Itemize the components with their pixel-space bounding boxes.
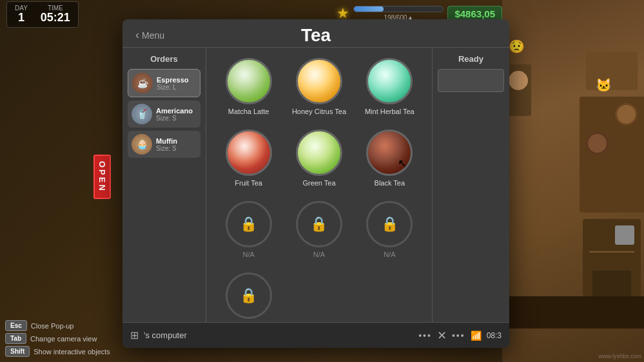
- order-name-americano: Americano: [156, 107, 197, 115]
- order-avatar-muffin: 🧁: [132, 134, 152, 155]
- order-avatar-americano: 🥤: [132, 104, 152, 124]
- menu-item-fruit-tea[interactable]: Fruit Tea: [217, 126, 280, 191]
- tab-hint-text: Change camera view: [30, 335, 97, 343]
- locked-4-image: 🔒: [226, 272, 272, 319]
- order-name-muffin: Muffin: [156, 137, 197, 145]
- tab-key: Tab: [5, 333, 26, 344]
- hint-shift: Shift Show interactive objects: [5, 346, 110, 357]
- tea-menu-popup: ‹ Menu Tea Orders ☕ Espresso Size: L 🥤 A…: [122, 19, 509, 348]
- footer-close-button[interactable]: ✕: [437, 329, 447, 343]
- orders-panel: Orders ☕ Espresso Size: L 🥤 Americano Si…: [122, 48, 206, 322]
- menu-item-black-tea[interactable]: ↖ Black Tea: [358, 126, 422, 191]
- footer-wifi-icon: 📶: [471, 330, 482, 341]
- cafe-background: 🐱: [502, 0, 644, 362]
- menu-item-locked-2: 🔒 N/A: [287, 197, 351, 262]
- hint-esc: Esc Close Pop-up: [5, 320, 110, 331]
- order-avatar-espresso: ☕: [132, 73, 153, 93]
- footer-grid-icon[interactable]: ⊞: [130, 329, 139, 341]
- lock-1-icon: 🔒: [240, 216, 257, 233]
- order-size-espresso: Size: L: [157, 84, 196, 91]
- shift-key: Shift: [5, 346, 30, 357]
- green-tea-image: [296, 129, 342, 176]
- order-size-muffin: Size: S: [156, 145, 197, 152]
- green-tea-label: Green Tea: [302, 179, 335, 187]
- esc-key: Esc: [5, 320, 27, 331]
- mint-herbal-image: [366, 58, 413, 104]
- day-time-box: Day 1 Time 05:21: [6, 1, 79, 28]
- footer-dots-left: •••: [418, 330, 432, 341]
- menu-item-locked-4: 🔒 N/A: [217, 269, 280, 322]
- menu-item-matcha-latte[interactable]: Matcha Latte: [217, 54, 280, 119]
- footer-title: 's computer: [144, 330, 413, 340]
- back-label: Menu: [142, 30, 164, 41]
- order-item-americano[interactable]: 🥤 Americano Size: S: [128, 100, 200, 128]
- time-value: 05:21: [41, 12, 70, 24]
- stress-face-icon: 😟: [509, 39, 525, 54]
- ready-panel: Ready: [432, 48, 509, 322]
- locked-2-image: 🔒: [296, 201, 342, 247]
- popup-body: Orders ☕ Espresso Size: L 🥤 Americano Si…: [122, 48, 509, 322]
- menu-item-locked-3: 🔒 N/A: [358, 197, 422, 262]
- day-section: Day 1: [15, 5, 28, 24]
- menu-item-green-tea[interactable]: Green Tea: [287, 126, 351, 191]
- open-sign: OPEN: [93, 155, 111, 199]
- locked-1-image: 🔒: [226, 201, 272, 247]
- hint-tab: Tab Change camera view: [5, 333, 110, 344]
- keyboard-hints: Esc Close Pop-up Tab Change camera view …: [5, 320, 110, 357]
- popup-header: ‹ Menu Tea: [122, 19, 509, 48]
- popup-title: Tea: [301, 25, 331, 46]
- order-info-espresso: Espresso Size: L: [157, 76, 196, 91]
- menu-item-locked-1: 🔒 N/A: [217, 197, 280, 262]
- menu-grid: Matcha Latte Honey Citrus Tea Mint Herba…: [217, 54, 422, 322]
- orders-title: Orders: [128, 54, 200, 64]
- fruit-tea-image: [226, 129, 272, 176]
- popup-footer: ⊞ 's computer ••• ✕ ••• 📶 08:3: [122, 322, 509, 348]
- menu-item-mint-herbal-tea[interactable]: Mint Herbal Tea: [358, 54, 422, 119]
- menu-panel: Matcha Latte Honey Citrus Tea Mint Herba…: [206, 48, 432, 322]
- locked-3-label: N/A: [384, 251, 395, 258]
- order-size-americano: Size: S: [156, 115, 197, 122]
- order-info-muffin: Muffin Size: S: [156, 137, 197, 152]
- honey-citrus-label: Honey Citrus Tea: [292, 108, 346, 115]
- footer-time: 08:3: [487, 331, 502, 340]
- matcha-latte-image: [226, 58, 272, 104]
- back-arrow-icon: ‹: [135, 28, 139, 42]
- lock-4-icon: 🔒: [240, 287, 257, 304]
- order-item-muffin[interactable]: 🧁 Muffin Size: S: [128, 131, 200, 158]
- locked-2-label: N/A: [313, 251, 325, 258]
- locked-1-label: N/A: [242, 251, 254, 258]
- footer-dots-right: •••: [452, 330, 465, 341]
- back-button[interactable]: ‹ Menu: [135, 28, 164, 42]
- watermark: www.lyshbx.com: [598, 353, 641, 359]
- honey-citrus-image: [296, 58, 342, 104]
- order-info-americano: Americano Size: S: [156, 107, 197, 122]
- shift-hint-text: Show interactive objects: [34, 348, 110, 356]
- time-section: Time 05:21: [41, 5, 70, 24]
- esc-hint-text: Close Pop-up: [31, 322, 74, 330]
- ready-slot: [438, 69, 504, 92]
- fruit-tea-label: Fruit Tea: [235, 179, 262, 187]
- lock-3-icon: 🔒: [381, 216, 398, 233]
- black-tea-label: Black Tea: [375, 179, 405, 187]
- order-item-espresso[interactable]: ☕ Espresso Size: L: [128, 69, 200, 97]
- matcha-latte-label: Matcha Latte: [228, 108, 269, 115]
- order-name-espresso: Espresso: [157, 76, 196, 84]
- day-value: 1: [18, 12, 24, 24]
- locked-3-image: 🔒: [366, 201, 413, 247]
- lock-2-icon: 🔒: [310, 216, 327, 233]
- black-tea-image: ↖: [366, 129, 413, 176]
- menu-item-honey-citrus-tea[interactable]: Honey Citrus Tea: [287, 54, 351, 119]
- mint-herbal-label: Mint Herbal Tea: [365, 108, 415, 115]
- ready-title: Ready: [438, 54, 504, 64]
